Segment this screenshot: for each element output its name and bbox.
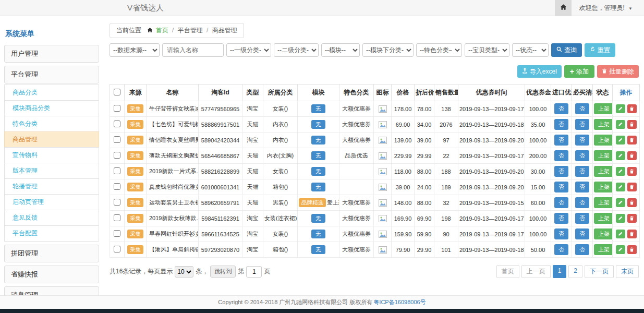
sidebar-subitem[interactable]: 版本管理	[4, 163, 99, 179]
breadcrumb-home-link[interactable]: 首页	[156, 27, 168, 34]
pager-next[interactable]: 下一页	[585, 265, 614, 278]
row-checkbox[interactable]	[114, 183, 120, 190]
import-select-toggle[interactable]: 否	[554, 182, 568, 192]
pager-prev[interactable]: 上一页	[521, 265, 551, 278]
delete-button[interactable]	[627, 230, 637, 238]
select-all-checkbox[interactable]	[114, 89, 120, 95]
must-buy-toggle[interactable]: 否	[575, 135, 589, 146]
edit-button[interactable]	[616, 214, 625, 223]
sidebar-subitem[interactable]: 宣传物料	[4, 147, 99, 163]
filter-select-feature-category[interactable]: --特色分类--	[416, 43, 462, 57]
row-checkbox[interactable]	[114, 121, 120, 127]
status-button[interactable]: 上架	[594, 244, 613, 255]
batch-delete-button[interactable]: 批量删除	[597, 65, 639, 78]
must-buy-toggle[interactable]: 否	[575, 103, 589, 114]
import-select-toggle[interactable]: 否	[554, 197, 568, 208]
sidebar-group[interactable]: 省赚快报	[4, 266, 99, 283]
row-checkbox[interactable]	[114, 199, 120, 206]
must-buy-toggle[interactable]: 否	[575, 182, 589, 192]
must-buy-toggle[interactable]: 否	[575, 119, 589, 130]
status-button[interactable]: 上架	[594, 150, 613, 161]
import-select-toggle[interactable]: 否	[554, 119, 568, 130]
status-button[interactable]: 上架	[594, 135, 613, 146]
status-button[interactable]: 上架	[594, 197, 613, 208]
sidebar-group-platform-management[interactable]: 平台管理	[4, 66, 99, 83]
row-checkbox[interactable]	[114, 152, 120, 159]
filter-select-data-source[interactable]: --数据来源--	[110, 43, 160, 57]
edit-button[interactable]	[616, 136, 625, 145]
edit-button[interactable]	[616, 120, 625, 129]
status-button[interactable]: 上架	[594, 213, 613, 224]
sidebar-subitem[interactable]: 启动页管理	[4, 194, 99, 210]
row-checkbox[interactable]	[114, 230, 120, 237]
edit-button[interactable]	[616, 245, 625, 254]
row-checkbox[interactable]	[114, 105, 120, 112]
must-buy-toggle[interactable]: 否	[575, 244, 589, 255]
filter-select-level1-category[interactable]: --一级分类--	[226, 43, 271, 57]
import-select-toggle[interactable]: 否	[554, 244, 568, 255]
status-button[interactable]: 上架	[594, 182, 613, 192]
edit-button[interactable]	[616, 183, 625, 191]
row-checkbox[interactable]	[114, 246, 120, 252]
filter-select-item-type[interactable]: --宝贝类型--	[465, 43, 509, 57]
must-buy-toggle[interactable]: 否	[575, 228, 589, 239]
filter-select-module-subcategory[interactable]: --模块下分类--	[362, 43, 414, 57]
filter-select-module[interactable]: --模块--	[321, 43, 360, 57]
import-select-toggle[interactable]: 否	[554, 166, 568, 177]
delete-button[interactable]	[627, 151, 637, 160]
import-select-toggle[interactable]: 否	[554, 135, 568, 146]
sidebar-subitem[interactable]: 特色分类	[4, 116, 99, 132]
delete-button[interactable]	[627, 120, 637, 129]
status-button[interactable]: 上架	[594, 228, 613, 239]
delete-button[interactable]	[627, 198, 637, 207]
user-menu[interactable]: 欢迎您，管理员! ▼	[572, 4, 644, 13]
edit-button[interactable]	[616, 104, 625, 113]
import-select-toggle[interactable]: 否	[554, 213, 568, 224]
import-excel-button[interactable]: 导入excel	[517, 65, 562, 78]
jump-page-input[interactable]	[246, 266, 262, 278]
must-buy-toggle[interactable]: 否	[575, 150, 589, 161]
pager-page-1[interactable]: 1	[553, 265, 567, 278]
edit-button[interactable]	[616, 198, 625, 207]
filter-select-level2-category[interactable]: --二级分类--	[274, 43, 319, 57]
row-checkbox[interactable]	[114, 167, 120, 174]
must-buy-toggle[interactable]: 否	[575, 197, 589, 208]
must-buy-toggle[interactable]: 否	[575, 213, 589, 224]
delete-button[interactable]	[627, 245, 637, 254]
delete-button[interactable]	[627, 183, 637, 191]
delete-button[interactable]	[627, 136, 637, 145]
status-button[interactable]: 上架	[594, 103, 613, 114]
sidebar-subitem[interactable]: 平台配置	[4, 225, 99, 242]
icp-link[interactable]: 粤ICP备16098006号	[373, 298, 426, 306]
status-button[interactable]: 上架	[594, 166, 613, 177]
delete-button[interactable]	[627, 167, 637, 176]
delete-button[interactable]	[627, 214, 637, 223]
reset-button[interactable]: 重置	[585, 43, 615, 57]
query-button[interactable]: 查询	[551, 43, 582, 57]
row-checkbox[interactable]	[114, 136, 120, 143]
import-select-toggle[interactable]: 否	[554, 150, 568, 161]
jump-button[interactable]: 跳转到	[210, 266, 236, 278]
page-size-select[interactable]: 10	[175, 266, 193, 278]
delete-button[interactable]	[627, 104, 637, 113]
import-select-toggle[interactable]: 否	[554, 103, 568, 114]
sidebar-subitem[interactable]: 意见反馈	[4, 210, 99, 226]
sidebar-subitem[interactable]: 模块商品分类	[4, 100, 99, 116]
row-checkbox[interactable]	[114, 214, 120, 221]
filter-select-status[interactable]: --状态--	[512, 43, 549, 57]
sidebar-subitem[interactable]: 商品分类	[4, 85, 99, 101]
add-button[interactable]: + 添加	[564, 65, 594, 78]
name-search-input[interactable]	[162, 43, 224, 57]
sidebar-subitem-active[interactable]: 商品管理	[4, 131, 99, 148]
status-button[interactable]: 上架	[594, 119, 613, 130]
sidebar-group[interactable]: 消息管理	[4, 286, 99, 295]
pager-first[interactable]: 首页	[496, 265, 519, 278]
sidebar-group-user-management[interactable]: 用户管理	[4, 45, 99, 63]
pager-page-2[interactable]: 2	[568, 265, 582, 278]
sidebar-group[interactable]: 拼团管理	[4, 245, 99, 262]
edit-button[interactable]	[616, 230, 625, 238]
home-button[interactable]	[555, 0, 572, 16]
edit-button[interactable]	[616, 167, 625, 176]
edit-button[interactable]	[616, 151, 625, 160]
sidebar-subitem[interactable]: 轮播管理	[4, 178, 99, 195]
